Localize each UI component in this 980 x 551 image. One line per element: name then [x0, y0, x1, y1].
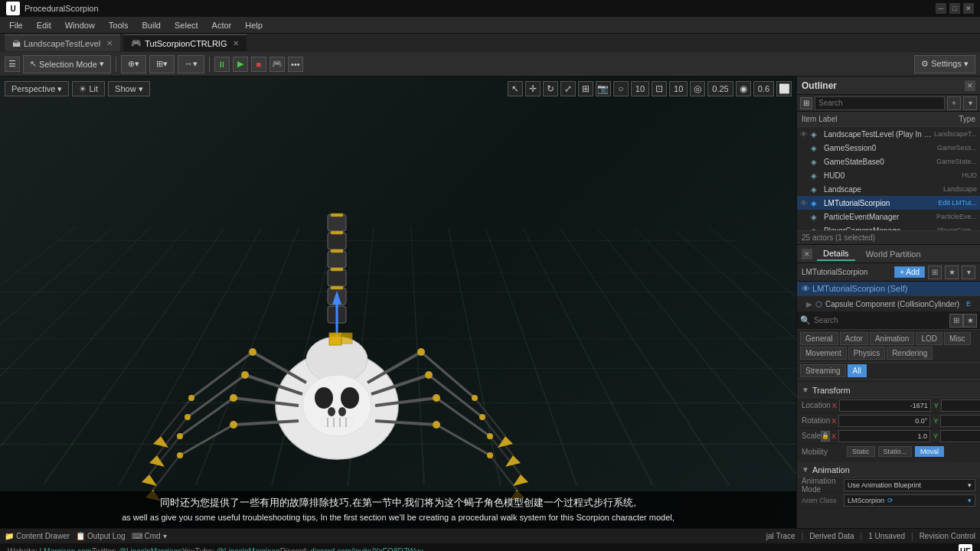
close-button[interactable]: ✕: [963, 3, 974, 14]
tab-landscape-close[interactable]: ✕: [106, 39, 113, 47]
filter-all[interactable]: All: [848, 364, 867, 377]
outliner-filter-btn[interactable]: ▾: [963, 96, 977, 110]
search-grid-btn[interactable]: ⊞: [949, 314, 963, 328]
tab-landscape[interactable]: 🏔 LandscapeTestLevel ✕: [5, 34, 120, 51]
location-y-input[interactable]: [941, 399, 980, 412]
aspect-icon[interactable]: ⬜: [776, 81, 792, 96]
website-link[interactable]: LMargison.com: [40, 547, 92, 552]
menu-tools[interactable]: Tools: [103, 19, 135, 31]
transform-btn1[interactable]: ⊕▾: [121, 55, 146, 73]
outliner-search-input[interactable]: [815, 96, 945, 110]
scale-lock-icon[interactable]: 🔒: [821, 431, 830, 442]
list-item-selected[interactable]: 👁 ◈ LMTutorialScorpion Edit LMTut...: [797, 196, 980, 210]
filter-misc[interactable]: Misc: [944, 332, 971, 345]
selection-mode-button[interactable]: ↖ Selection Mode ▾: [23, 55, 111, 73]
camera-icon[interactable]: 📷: [596, 81, 611, 96]
gamepad-icon[interactable]: 🎮: [270, 57, 285, 72]
filter-rendering[interactable]: Rendering: [887, 347, 933, 360]
cmd-button[interactable]: ⌨ Cmd ▾: [132, 532, 167, 540]
fov-icon[interactable]: ◉: [736, 81, 751, 96]
rotation-y-input[interactable]: [940, 415, 980, 427]
menu-edit[interactable]: Edit: [31, 19, 57, 31]
content-drawer-button[interactable]: 📁 Content Drawer: [5, 532, 70, 540]
list-item[interactable]: 👁 ◈ LandscapeTestLevel (Play In Editor) …: [797, 127, 980, 141]
twitter-link[interactable]: @LincolnMargison: [119, 547, 182, 552]
anim-class-dropdown[interactable]: LMScorpion ⟳ ▾: [844, 494, 975, 507]
dots-icon[interactable]: •••: [288, 57, 303, 72]
tab-scorpion[interactable]: 🎮 TutScorpionCTRLRIG ✕: [123, 34, 247, 51]
tab-world-partition[interactable]: World Partition: [860, 248, 927, 260]
outliner-close[interactable]: ✕: [965, 80, 975, 91]
list-item[interactable]: ◈ GameSession0 GameSess...: [797, 141, 980, 155]
scale-icon[interactable]: ⤢: [560, 81, 576, 96]
anim-class-browse[interactable]: ⟳: [887, 497, 893, 504]
viewport[interactable]: Perspective ▾ ☀ Lit Show ▾ ↖ ✛ ↻ ⤢ ⊞ 📷 ○…: [0, 77, 796, 528]
menu-file[interactable]: File: [3, 19, 29, 31]
lit-button[interactable]: ☀ Lit: [72, 81, 105, 96]
revision-control-label[interactable]: Revision Control: [920, 532, 975, 540]
rotate-icon[interactable]: ↻: [543, 81, 558, 96]
filter-streaming[interactable]: Streaming: [800, 364, 846, 377]
transform-btn2[interactable]: ⊞▾: [149, 55, 175, 73]
details-close[interactable]: ✕: [802, 249, 812, 259]
scale-x-input[interactable]: [838, 430, 930, 442]
transform-icon[interactable]: ✛: [525, 81, 541, 96]
menu-build[interactable]: Build: [136, 19, 167, 31]
tab-details[interactable]: Details: [817, 247, 855, 261]
list-item[interactable]: ◈ ParticleEventManager ParticleEve...: [797, 210, 980, 223]
stop-button[interactable]: ■: [251, 57, 266, 72]
rotation-x-input[interactable]: [838, 415, 930, 427]
discord-link[interactable]: discord.com/invite/YaEQ8DZWuv: [310, 547, 423, 552]
perspective-button[interactable]: Perspective ▾: [5, 81, 69, 96]
menu-help[interactable]: Help: [239, 19, 269, 31]
play-button[interactable]: ▶: [233, 57, 248, 72]
snap-icon[interactable]: ◎: [690, 81, 705, 96]
details-star-btn[interactable]: ★: [945, 266, 959, 279]
filter-general[interactable]: General: [800, 332, 838, 345]
list-item[interactable]: ◈ PlayerCameraManage PlayerCam...: [797, 223, 980, 230]
scale-y-input[interactable]: [940, 430, 980, 442]
maximize-button[interactable]: □: [949, 3, 960, 14]
details-more-btn[interactable]: ▾: [962, 266, 975, 279]
outliner-filter-icon[interactable]: ⊞: [800, 97, 812, 109]
transform-section-header[interactable]: ▼ Transform: [797, 383, 980, 398]
location-x-input[interactable]: [839, 399, 931, 412]
menu-select[interactable]: Select: [168, 19, 204, 31]
details-grid-btn[interactable]: ⊞: [928, 266, 942, 279]
filter-physics[interactable]: Physics: [848, 347, 885, 360]
filter-actor[interactable]: Actor: [840, 332, 868, 345]
animation-section-header[interactable]: ▼ Animation: [797, 462, 980, 478]
anim-mode-dropdown[interactable]: Use Animation Blueprint ▾: [844, 479, 975, 491]
filter-animation[interactable]: Animation: [870, 332, 914, 345]
unsaved-label[interactable]: 1 Unsaved: [868, 532, 905, 540]
search-star-btn[interactable]: ★: [963, 314, 977, 328]
cursor-icon[interactable]: ↖: [508, 81, 523, 96]
tab-scorpion-close[interactable]: ✕: [233, 39, 239, 47]
hamburger-icon[interactable]: ☰: [5, 57, 20, 72]
list-item[interactable]: ◈ HUD0 HUD: [797, 168, 980, 182]
pause-button[interactable]: ⏸: [214, 57, 230, 72]
list-item[interactable]: ◈ Landscape Landscape: [797, 182, 980, 196]
mobility-stationary[interactable]: Statio...: [878, 446, 913, 457]
outliner-add-btn[interactable]: +: [947, 96, 961, 110]
filter-movement[interactable]: Movement: [800, 347, 847, 360]
list-item[interactable]: ◈ GameStateBase0 GameState...: [797, 155, 980, 168]
menu-window[interactable]: Window: [59, 19, 101, 31]
details-self-row[interactable]: 👁 LMTutorialScorpion (Self): [797, 282, 980, 296]
details-search-input[interactable]: [814, 316, 949, 324]
mobility-static[interactable]: Static: [847, 446, 875, 457]
output-log-button[interactable]: 📋 Output Log: [76, 532, 125, 540]
show-button[interactable]: Show ▾: [108, 81, 150, 96]
grid-icon[interactable]: ⊞: [578, 81, 593, 96]
edit-icon[interactable]: E: [966, 300, 971, 308]
transform-btn3[interactable]: ↔▾: [178, 55, 204, 73]
component-capsule[interactable]: ▶ ⬡ Capsule Component (CollisionCylinder…: [797, 296, 980, 311]
youtube-link[interactable]: @LincolnMargison: [217, 547, 280, 552]
sphere-icon[interactable]: ○: [613, 81, 629, 96]
add-component-button[interactable]: + Add: [894, 266, 925, 278]
mobility-movable[interactable]: Moval: [915, 446, 944, 457]
minimize-button[interactable]: ─: [936, 3, 946, 14]
settings-button[interactable]: ⚙ Settings ▾: [914, 55, 975, 73]
menu-actor[interactable]: Actor: [206, 19, 238, 31]
grid-dot-icon[interactable]: ⊡: [652, 81, 667, 96]
